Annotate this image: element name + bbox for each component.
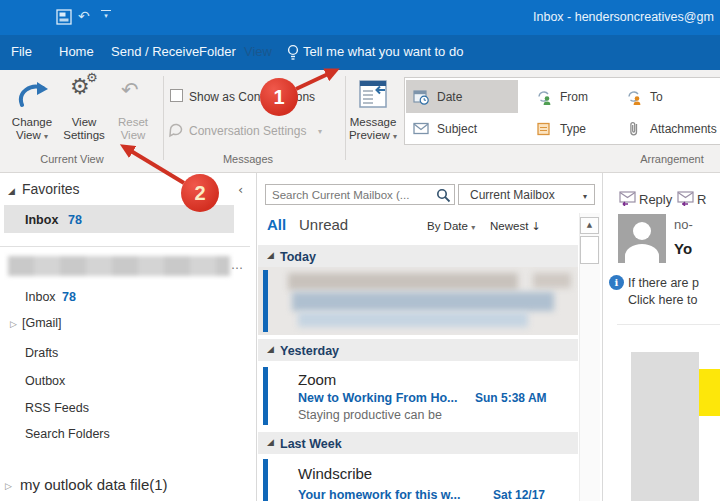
account-ellipsis[interactable]: … bbox=[231, 258, 243, 272]
outlook-app-icon bbox=[56, 9, 72, 25]
group-label: Last Week bbox=[280, 437, 342, 451]
undo-icon[interactable]: ↶ bbox=[78, 8, 90, 24]
filter-unread[interactable]: Unread bbox=[299, 216, 348, 233]
arrangement-attachments-label: Attachments bbox=[650, 122, 717, 136]
reset-view-button[interactable]: ↶ Reset View bbox=[110, 76, 156, 160]
arrangement-subject-label: Subject bbox=[437, 122, 477, 136]
change-view-label: Change View ▾ bbox=[6, 116, 58, 143]
group-label-messages: Messages bbox=[200, 153, 296, 165]
sidebar-item-rss-feeds[interactable]: RSS Feeds bbox=[25, 401, 89, 415]
tab-file[interactable]: File bbox=[11, 44, 32, 59]
message-preview-button[interactable]: Message Preview ▾ bbox=[347, 76, 399, 160]
reading-sender: no- bbox=[674, 217, 693, 232]
group-header-yesterday[interactable]: ◢ Yesterday bbox=[258, 339, 578, 361]
view-settings-label: View Settings bbox=[58, 116, 110, 142]
sidebar-item-search-folders[interactable]: Search Folders bbox=[25, 427, 110, 441]
gear-small-icon: ⚙ bbox=[86, 70, 98, 85]
message-preview-text: Staying productive can be bbox=[298, 408, 442, 422]
callout-step-1: 1 bbox=[260, 78, 298, 116]
pane-divider[interactable] bbox=[256, 173, 257, 501]
arrangement-item-date[interactable]: Date bbox=[406, 80, 518, 113]
redacted-account-name[interactable] bbox=[8, 256, 230, 276]
group-expand-icon: ◢ bbox=[267, 437, 274, 447]
subject-icon bbox=[413, 122, 429, 135]
checkbox-box[interactable] bbox=[170, 89, 183, 102]
show-as-conversations-checkbox[interactable] bbox=[170, 89, 183, 102]
arrangement-item-to[interactable]: To bbox=[619, 80, 720, 113]
sidebar-item-outbox[interactable]: Outbox bbox=[25, 374, 65, 388]
sidebar-divider bbox=[0, 246, 250, 247]
sidebar-inbox-count: 78 bbox=[62, 290, 76, 304]
arrangement-gallery: Date From To Subject bbox=[404, 77, 720, 145]
group-header-today[interactable]: ◢ Today bbox=[258, 245, 578, 267]
conversation-settings-label[interactable]: Conversation Settings bbox=[189, 124, 306, 138]
filter-all[interactable]: All bbox=[267, 216, 286, 233]
chevron-down-icon: ▾ bbox=[471, 223, 475, 232]
reply-all-button[interactable]: R bbox=[697, 192, 706, 207]
data-file-collapsed-icon[interactable]: ▷ bbox=[5, 481, 12, 491]
tab-view[interactable]: View bbox=[236, 44, 280, 59]
change-view-icon bbox=[16, 80, 50, 110]
sidebar-item-drafts[interactable]: Drafts bbox=[25, 346, 58, 360]
chevron-down-icon: ▾ bbox=[583, 192, 587, 201]
message-subject: Your homework for this w... bbox=[298, 488, 461, 501]
sort-order-label: Newest bbox=[490, 220, 528, 232]
gmail-collapsed-icon[interactable]: ▷ bbox=[10, 319, 17, 329]
redacted-message[interactable] bbox=[258, 267, 578, 335]
unread-indicator-bar bbox=[263, 459, 268, 501]
favorites-inbox-label[interactable]: Inbox bbox=[25, 213, 58, 227]
chevron-down-icon: ▾ bbox=[44, 132, 48, 141]
group-label: Yesterday bbox=[280, 344, 339, 358]
unread-indicator-bar bbox=[263, 367, 268, 425]
reply-button[interactable]: Reply bbox=[639, 192, 672, 207]
group-label-arrangement: Arrangement bbox=[620, 153, 720, 165]
tab-folder[interactable]: Folder bbox=[199, 44, 236, 59]
highlighted-block bbox=[699, 369, 720, 416]
search-scope-dropdown[interactable]: Current Mailbox ▾ bbox=[458, 184, 595, 205]
favorites-expand-icon[interactable]: ◢ bbox=[8, 186, 15, 196]
change-view-button[interactable]: Change View ▾ bbox=[6, 76, 58, 160]
sort-by-date[interactable]: By Date ▾ bbox=[427, 220, 475, 232]
scroll-thumb[interactable] bbox=[580, 236, 599, 264]
favorites-header[interactable]: Favorites bbox=[22, 181, 80, 197]
from-icon bbox=[536, 89, 552, 105]
info-icon: i bbox=[609, 275, 624, 290]
pane-divider[interactable] bbox=[602, 173, 603, 501]
quick-access-toolbar-caret-icon[interactable]: ▾ bbox=[101, 10, 111, 20]
sidebar-item-gmail[interactable]: [Gmail] bbox=[22, 316, 62, 330]
message-time: Sun 5:38 AM bbox=[475, 391, 547, 405]
conversation-settings-icon bbox=[168, 123, 185, 138]
lightbulb-icon bbox=[287, 44, 299, 61]
chevron-down-icon: ▾ bbox=[318, 127, 322, 136]
arrangement-item-subject[interactable]: Subject bbox=[406, 112, 518, 145]
tab-send-receive[interactable]: Send / Receive bbox=[111, 44, 199, 59]
reply-all-icon bbox=[677, 191, 694, 206]
redacted-message-body bbox=[631, 352, 699, 501]
group-header-last-week[interactable]: ◢ Last Week bbox=[258, 432, 578, 454]
view-settings-button[interactable]: ⚙ ⚙ View Settings bbox=[58, 76, 110, 160]
search-input[interactable] bbox=[272, 187, 430, 202]
search-box bbox=[265, 184, 455, 205]
message-sender: Windscribe bbox=[298, 465, 372, 482]
to-icon bbox=[626, 89, 642, 105]
outlook-window: ↶ ▾ Inbox - hendersoncreatives@gm File H… bbox=[0, 0, 720, 501]
collapse-folder-pane-icon[interactable]: ‹ bbox=[238, 182, 243, 197]
tell-me-box[interactable]: Tell me what you want to do bbox=[303, 44, 463, 59]
tab-home[interactable]: Home bbox=[59, 44, 94, 59]
message-preview-text: Message Preview bbox=[349, 116, 396, 141]
sort-by-label: By Date bbox=[427, 220, 468, 232]
info-line-2[interactable]: Click here to bbox=[628, 293, 697, 307]
sidebar-item-inbox[interactable]: Inbox bbox=[25, 290, 56, 304]
arrangement-item-attachments[interactable]: Attachments bbox=[619, 112, 720, 145]
search-icon[interactable] bbox=[436, 188, 451, 203]
favorites-inbox-count: 78 bbox=[68, 213, 82, 227]
message-subject: New to Working From Ho... bbox=[298, 391, 458, 405]
arrangement-date-label: Date bbox=[437, 90, 462, 104]
sidebar-item-data-file[interactable]: my outlook data file(1) bbox=[20, 476, 168, 493]
reset-view-label: Reset View bbox=[110, 116, 156, 142]
sort-order-newest[interactable]: Newest ↓ bbox=[490, 220, 541, 233]
message-preview-icon bbox=[358, 79, 388, 109]
message-preview-label: Message Preview ▾ bbox=[345, 116, 401, 143]
scope-label: Current Mailbox bbox=[470, 188, 555, 202]
scroll-up-button[interactable]: ▲ bbox=[580, 217, 599, 234]
